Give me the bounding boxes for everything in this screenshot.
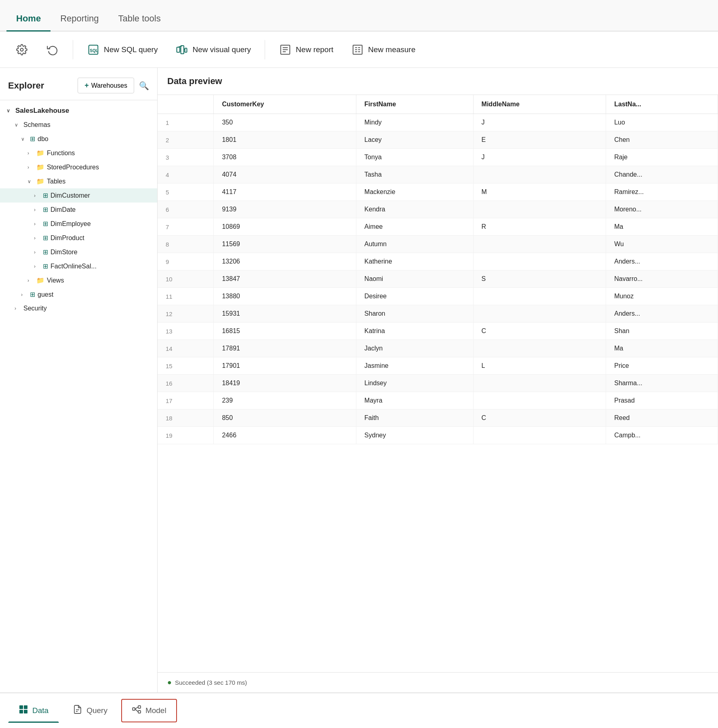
tab-reporting[interactable]: Reporting — [51, 7, 108, 32]
refresh-button[interactable] — [39, 39, 66, 60]
cell-rownum: 6 — [158, 201, 214, 218]
new-visual-query-button[interactable]: New visual query — [168, 39, 258, 60]
search-icon[interactable]: 🔍 — [139, 81, 149, 91]
cell-rownum: 3 — [158, 149, 214, 166]
table-row: 9 13206 Katherine Anders... — [158, 253, 718, 270]
tree-label-factonlinesal: FactOnlineSal... — [51, 263, 97, 270]
cell-lastname: Munoz — [606, 288, 718, 305]
chevron-saleslakehouse: ∨ — [6, 108, 13, 114]
cell-rownum: 15 — [158, 357, 214, 375]
svg-rect-3 — [177, 47, 180, 52]
cell-rownum: 4 — [158, 166, 214, 184]
cell-firstname: Mackenzie — [356, 184, 473, 201]
tree-label-functions: Functions — [47, 150, 75, 157]
new-measure-button[interactable]: New measure — [344, 39, 423, 60]
cell-customerkey: 11569 — [214, 236, 356, 253]
col-header-lastname: LastNa... — [606, 95, 718, 114]
bottom-tab-data-label: Data — [32, 706, 48, 715]
main-layout: Explorer + Warehouses 🔍 ∨ SalesLakehouse… — [0, 68, 718, 692]
explorer-controls: + Warehouses 🔍 — [78, 78, 149, 93]
bottom-tab-model[interactable]: Model — [121, 699, 177, 722]
visual-query-icon — [175, 43, 188, 56]
new-sql-label: New SQL query — [104, 45, 158, 54]
cell-lastname: Anders... — [606, 253, 718, 270]
tree-item-dimemployee[interactable]: › ⊞ DimEmployee — [0, 217, 157, 231]
cell-customerkey: 850 — [214, 409, 356, 427]
cell-lastname: Campb... — [606, 427, 718, 444]
svg-rect-25 — [133, 708, 135, 710]
data-table-container[interactable]: CustomerKey FirstName MiddleName LastNa.… — [158, 95, 718, 672]
table-row: 18 850 Faith C Reed — [158, 409, 718, 427]
cell-lastname: Raje — [606, 149, 718, 166]
data-tab-icon — [19, 705, 28, 717]
sql-icon: SQL — [87, 43, 100, 56]
data-table: CustomerKey FirstName MiddleName LastNa.… — [158, 95, 718, 444]
tree-item-security[interactable]: › Security — [0, 302, 157, 315]
svg-rect-4 — [181, 46, 184, 54]
cell-middlename — [473, 201, 606, 218]
tree-item-views[interactable]: › 📁 Views — [0, 273, 157, 287]
tab-home[interactable]: Home — [6, 7, 51, 32]
tab-tabletools[interactable]: Table tools — [109, 7, 171, 32]
cell-rownum: 11 — [158, 288, 214, 305]
cell-middlename: C — [473, 323, 606, 340]
cell-firstname: Sydney — [356, 427, 473, 444]
cell-rownum: 19 — [158, 427, 214, 444]
col-header-customerkey: CustomerKey — [214, 95, 356, 114]
add-warehouses-button[interactable]: + Warehouses — [78, 78, 134, 93]
cell-middlename — [473, 375, 606, 392]
cell-middlename: S — [473, 270, 606, 288]
cell-middlename: J — [473, 149, 606, 166]
table-row: 11 13880 Desiree Munoz — [158, 288, 718, 305]
tree-item-dbo[interactable]: ∨ ⊞ dbo — [0, 132, 157, 146]
table-icon-dimdate: ⊞ — [43, 206, 48, 213]
tree-item-saleslakehouse[interactable]: ∨ SalesLakehouse — [0, 103, 157, 118]
new-report-button[interactable]: New report — [272, 39, 341, 60]
table-icon-dimcustomer: ⊞ — [43, 192, 48, 199]
cell-rownum: 9 — [158, 253, 214, 270]
status-success-icon: ● — [167, 678, 172, 687]
toolbar-separator-2 — [265, 40, 265, 59]
tree-item-factonlinesal[interactable]: › ⊞ FactOnlineSal... — [0, 259, 157, 273]
tree-item-dimproduct[interactable]: › ⊞ DimProduct — [0, 231, 157, 245]
cell-customerkey: 13206 — [214, 253, 356, 270]
cell-firstname: Kendra — [356, 201, 473, 218]
cell-customerkey: 4074 — [214, 166, 356, 184]
schema-icon-guest: ⊞ — [30, 291, 35, 298]
cell-firstname: Autumn — [356, 236, 473, 253]
tree-label-storedprocedures: StoredProcedures — [47, 164, 99, 171]
new-measure-label: New measure — [368, 45, 415, 54]
tree-item-tables[interactable]: ∨ 📁 Tables — [0, 174, 157, 188]
new-sql-query-button[interactable]: SQL New SQL query — [80, 39, 165, 60]
table-row: 7 10869 Aimee R Ma — [158, 218, 718, 236]
tree-item-dimcustomer[interactable]: › ⊞ DimCustomer — [0, 188, 157, 203]
table-icon-dimproduct: ⊞ — [43, 234, 48, 242]
data-preview-panel: Data preview CustomerKey FirstName Middl… — [158, 68, 718, 692]
bottom-tab-query[interactable]: Query — [62, 699, 118, 722]
table-row: 14 17891 Jaclyn Ma — [158, 340, 718, 357]
tree-item-guest[interactable]: › ⊞ guest — [0, 287, 157, 302]
tree-label-dimproduct: DimProduct — [51, 234, 84, 242]
cell-lastname: Chande... — [606, 166, 718, 184]
tree-item-functions[interactable]: › 📁 Functions — [0, 146, 157, 160]
gear-button[interactable] — [8, 39, 36, 60]
tree-item-storedprocedures[interactable]: › 📁 StoredProcedures — [0, 160, 157, 174]
col-header-firstname: FirstName — [356, 95, 473, 114]
cell-firstname: Aimee — [356, 218, 473, 236]
tree-label-guest: guest — [38, 291, 53, 298]
table-row: 8 11569 Autumn Wu — [158, 236, 718, 253]
cell-lastname: Chen — [606, 131, 718, 149]
cell-middlename — [473, 427, 606, 444]
query-tab-icon — [73, 705, 82, 717]
tree-item-schemas[interactable]: ∨ Schemas — [0, 118, 157, 132]
tree-item-dimstore[interactable]: › ⊞ DimStore — [0, 245, 157, 259]
svg-rect-20 — [24, 705, 27, 709]
cell-customerkey: 350 — [214, 114, 356, 131]
table-icon-factonlinesal: ⊞ — [43, 262, 48, 270]
bottom-tab-data[interactable]: Data — [8, 699, 59, 723]
chevron-views: › — [27, 278, 34, 283]
table-row: 10 13847 Naomi S Navarro... — [158, 270, 718, 288]
cell-rownum: 14 — [158, 340, 214, 357]
tree-item-dimdate[interactable]: › ⊞ DimDate — [0, 203, 157, 217]
table-row: 16 18419 Lindsey Sharma... — [158, 375, 718, 392]
